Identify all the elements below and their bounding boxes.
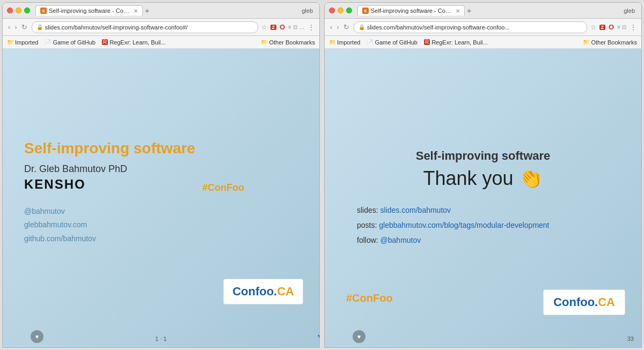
- more-button-2[interactable]: ⋮: [630, 23, 637, 32]
- address-bar-1: ‹ › ↻ 🔒 slides.com/bahmutov/self-improvi…: [3, 19, 319, 36]
- tab-favicon-2: S: [362, 8, 369, 14]
- slide-down-arrow-1[interactable]: ▼: [316, 332, 319, 341]
- slide-content-1: Self-improving software Dr. Gleb Bahmuto…: [3, 49, 319, 347]
- slide-area-2: Self-improving software Thank you 👏 slid…: [325, 49, 641, 347]
- slide2-slides-link: slides.com/bahmutov: [380, 206, 451, 214]
- slide1-title: Self-improving software: [24, 140, 298, 157]
- address-bar-2: ‹ › ↻ 🔒 slides.com/bahmutov/self-improvi…: [325, 19, 641, 36]
- forward-button-1[interactable]: ›: [13, 22, 18, 32]
- bookmark-regexr-2[interactable]: R RegExr: Learn, Buil...: [424, 39, 488, 46]
- bookmark-github-2[interactable]: 📄 Game of GitHub: [367, 39, 417, 46]
- slide2-follow-label: follow:: [357, 236, 378, 244]
- folder-icon-2: 📁: [329, 39, 335, 45]
- url-text-1: slides.com/bahmutov/self-improving-softw…: [45, 24, 188, 31]
- tab-title-1: Self-improving software - Con…: [49, 8, 130, 14]
- tab-1[interactable]: S Self-improving software - Con… ✕: [35, 5, 143, 16]
- refresh-button-2[interactable]: ↻: [342, 22, 350, 32]
- opera-icon-1[interactable]: O: [280, 23, 285, 31]
- url-bar-1[interactable]: 🔒 slides.com/bahmutov/self-improving-sof…: [32, 21, 258, 33]
- page-icon-1: 📄: [45, 39, 51, 45]
- bookmark-regexr-label-1: RegExr: Learn, Buil...: [109, 39, 166, 46]
- tab-bar-2: S Self-improving software - Con… ✕ +: [357, 5, 620, 16]
- slide2-follow-line: follow: @bahmutov: [357, 233, 620, 248]
- bookmark-other-2[interactable]: 📁 Other Bookmarks: [583, 39, 637, 46]
- minimize-button-2[interactable]: [338, 8, 343, 13]
- bookmark-imported-label-1: Imported: [15, 39, 38, 46]
- bookmark-github-label-2: Game of GitHub: [375, 39, 417, 46]
- minimize-button-1[interactable]: [16, 8, 21, 13]
- new-tab-button-1[interactable]: +: [144, 5, 150, 16]
- page-icon-2: 📄: [367, 39, 373, 45]
- confoo-blue-text-2: Confoo.: [553, 295, 598, 309]
- slide1-author: Dr. Gleb Bahmutov PhD: [24, 163, 298, 175]
- bookmark-imported-label-2: Imported: [337, 39, 360, 46]
- traffic-lights-1: [7, 8, 30, 13]
- regexr-icon-1: R: [102, 39, 108, 45]
- forward-button-2[interactable]: ›: [335, 22, 340, 32]
- nav-buttons-1: ‹ › ↻: [7, 22, 28, 32]
- slide2-confoo-tag: #ConFoo: [346, 292, 393, 304]
- user-name-1: gleb: [302, 8, 315, 14]
- slide1-confoo-tag: #ConFoo: [202, 182, 244, 193]
- bookmark-imported-1[interactable]: 📁 Imported: [7, 39, 38, 46]
- bookmark-other-1[interactable]: 📁 Other Bookmarks: [261, 39, 315, 46]
- lock-icon-1: 🔒: [36, 24, 43, 30]
- slide2-main-title: Self-improving software: [346, 149, 620, 163]
- user-name-2: gleb: [624, 8, 637, 14]
- slide2-confoo-box: Confoo.CA: [543, 289, 625, 315]
- bookmark-github-label-1: Game of GitHub: [53, 39, 95, 46]
- browser-window-2: S Self-improving software - Con… ✕ + gle…: [324, 2, 642, 348]
- slide-number-2: 33: [627, 336, 634, 342]
- opera-icon-2[interactable]: O: [609, 23, 614, 31]
- confoo-orange-text-2: CA: [598, 295, 615, 309]
- url-bar-2[interactable]: 🔒 slides.com/bahmutov/self-improving-sof…: [354, 21, 587, 33]
- bookmark-regexr-1[interactable]: R RegExr: Learn, Buil...: [102, 39, 166, 46]
- refresh-button-1[interactable]: ↻: [20, 22, 28, 32]
- tab-close-2[interactable]: ✕: [456, 8, 460, 14]
- slide2-posts-link: glebbahmutov.com/blog/tags/modular-devel…: [379, 221, 549, 229]
- bookmark-github-1[interactable]: 📄 Game of GitHub: [45, 39, 95, 46]
- back-button-1[interactable]: ‹: [7, 22, 11, 32]
- maximize-button-1[interactable]: [24, 8, 30, 13]
- slide-content-2: Self-improving software Thank you 👏 slid…: [325, 49, 641, 347]
- bookmark-other-label-1: Other Bookmarks: [269, 39, 315, 46]
- regexr-icon-2: R: [424, 39, 430, 45]
- slide1-links: @bahmutov glebbahmutov.com github.com/ba…: [24, 205, 298, 245]
- slide2-slides-label: slides:: [357, 206, 378, 214]
- bookmarks-bar-1: 📁 Imported 📄 Game of GitHub R RegExr: Le…: [3, 36, 319, 49]
- bookmarks-bar-2: 📁 Imported 📄 Game of GitHub R RegExr: Le…: [325, 36, 641, 49]
- maximize-button-2[interactable]: [346, 8, 352, 13]
- folder-icon-1: 📁: [7, 39, 13, 45]
- tab-favicon-1: S: [40, 8, 47, 14]
- traffic-lights-2: [329, 8, 352, 13]
- url-text-2: slides.com/bahmutov/self-improving-softw…: [367, 24, 510, 31]
- back-button-2[interactable]: ‹: [329, 22, 333, 32]
- slide1-company: KENSHO: [24, 177, 298, 192]
- slide2-follow-link: @bahmutov: [380, 236, 421, 244]
- confoo-blue-text-1: Confoo.: [232, 285, 277, 298]
- heart-button-2[interactable]: ♥: [353, 330, 365, 343]
- extensions-area-1: ≡ ⊡ …: [288, 24, 304, 30]
- slide-nav-2: ♥ ◀: [346, 330, 641, 343]
- close-button-1[interactable]: [7, 8, 13, 13]
- slide2-posts-line: posts: glebbahmutov.com/blog/tags/modula…: [357, 218, 620, 233]
- other-folder-icon-2: 📁: [583, 39, 589, 45]
- tab-close-1[interactable]: ✕: [134, 8, 138, 14]
- slide-nav-right-1: ▼ ▶: [316, 332, 319, 342]
- title-bar-1: S Self-improving software - Con… ✕ + gle…: [3, 3, 319, 19]
- other-folder-icon-1: 📁: [261, 39, 267, 45]
- bookmark-regexr-label-2: RegExr: Learn, Buil...: [431, 39, 488, 46]
- more-button-1[interactable]: ⋮: [308, 23, 315, 32]
- heart-button-1[interactable]: ♥: [31, 330, 43, 343]
- bookmark-star-1[interactable]: ☆: [261, 24, 267, 31]
- bookmark-imported-2[interactable]: 📁 Imported: [329, 39, 360, 46]
- slide-area-1: Self-improving software Dr. Gleb Bahmuto…: [3, 49, 319, 347]
- bookmark-star-2[interactable]: ☆: [590, 24, 596, 31]
- new-tab-button-2[interactable]: +: [466, 5, 472, 16]
- zotero-icon-1[interactable]: Z: [270, 25, 277, 30]
- tab-2[interactable]: S Self-improving software - Con… ✕: [357, 5, 465, 16]
- zotero-icon-2[interactable]: Z: [599, 25, 606, 30]
- tab-title-2: Self-improving software - Con…: [371, 8, 452, 14]
- slide2-slides-line: slides: slides.com/bahmutov: [357, 203, 620, 218]
- close-button-2[interactable]: [329, 8, 335, 13]
